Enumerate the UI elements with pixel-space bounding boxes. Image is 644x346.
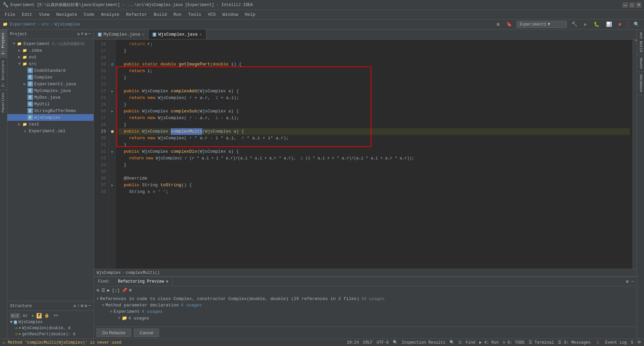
menu-build[interactable]: Build	[150, 11, 170, 18]
project-settings-icon[interactable]: ⚙	[85, 32, 87, 37]
status-event-log[interactable]: Event Log	[605, 340, 627, 345]
bottom-toolbar-diff-icon[interactable]: ⊞	[129, 288, 132, 293]
menu-analyze[interactable]: Analyze	[98, 11, 123, 18]
tree-item-mydoc[interactable]: C MyDoc.java	[7, 94, 94, 101]
tree-item-root[interactable]: ▼ 📁 Experiment E:\认真的侯颖好好	[7, 40, 94, 47]
right-tab-ant[interactable]: Ant Build	[637, 30, 644, 55]
project-sort-icon[interactable]: ⇅	[77, 32, 79, 37]
cancel-button[interactable]: Cancel	[134, 329, 159, 337]
tree-item-myutil[interactable]: C MyUtil	[7, 101, 94, 107]
menu-file[interactable]: File	[1, 11, 18, 18]
build-icon[interactable]: 🔨	[570, 20, 579, 28]
sidebar-tab-favorites[interactable]: Favorites	[0, 90, 7, 115]
tree-item-experiment1[interactable]: ▶ C Experiment1.java	[7, 81, 94, 87]
tab-wjscomplex-close[interactable]: ✕	[200, 32, 202, 37]
code-content[interactable]: return r; } public static double getImag…	[116, 40, 633, 269]
ref-main-item[interactable]: ▼ References in code to class Complex, c…	[94, 296, 637, 302]
bottom-minimize-icon[interactable]: —	[631, 279, 634, 284]
struct-f-icon[interactable]: f	[37, 313, 42, 318]
tree-item-mycomplex[interactable]: C MyComplex.java	[7, 87, 94, 94]
tree-item-complex[interactable]: C Complex	[7, 74, 94, 81]
structure-expand-icon[interactable]: ⊞	[81, 303, 83, 308]
toolbar-bookmark-icon[interactable]: 🔖	[504, 20, 514, 28]
run-config-dropdown-icon[interactable]: ▼	[547, 22, 550, 27]
do-refactor-button[interactable]: Do Refactor	[97, 329, 131, 337]
tree-item-src[interactable]: ▼ 📁 src	[7, 60, 94, 67]
bottom-toolbar-collapse-icon[interactable]: [↕]	[112, 288, 120, 293]
menu-run[interactable]: Run	[170, 11, 184, 18]
status-messages-text[interactable]: ☰ 0: Messages	[558, 340, 590, 345]
ref-experiment-item[interactable]: ▼ Experiment 4 usages	[94, 308, 637, 315]
search-everywhere-icon[interactable]: 🔍	[632, 20, 641, 28]
struct-more-icon[interactable]: >>	[52, 313, 59, 318]
tab-mycomplex[interactable]: C MyComplex.java ✕	[94, 30, 149, 39]
sidebar-tab-structure[interactable]: 2: Structure	[0, 57, 7, 90]
ref-sub-item[interactable]: ▼ 📁 4 usages	[94, 315, 637, 322]
struct-expand-all-icon[interactable]: ▲	[30, 313, 35, 318]
status-utf8[interactable]: UTF-8	[377, 340, 389, 345]
bottom-toolbar-expand-icon[interactable]: ▶	[107, 288, 110, 293]
coverage-icon[interactable]: 📊	[604, 20, 614, 28]
code-breadcrumb-wjscomplex[interactable]: WjsComplex	[97, 270, 121, 275]
tree-item-idea[interactable]: ▶ 📁 .idea	[7, 47, 94, 54]
struct-sort-az-icon[interactable]: a↓z	[10, 313, 20, 318]
status-terminal-text[interactable]: ☰ Terminal	[529, 340, 554, 345]
tab-wjscomplex[interactable]: C WjsComplex.java ✕	[149, 30, 206, 39]
toolbar-sync-icon[interactable]: ⚙	[495, 20, 501, 28]
project-minimize-icon[interactable]: —	[89, 32, 91, 37]
breadcrumb-wjscomplex[interactable]: WjsComplex	[54, 22, 80, 27]
status-find-text[interactable]: 3: Find	[459, 340, 475, 345]
tree-item-iml[interactable]: ⚙ Experiment.iml	[7, 128, 94, 134]
structure-close-icon[interactable]: —	[89, 303, 91, 308]
structure-class-wjscomplex[interactable]: ▼ C WjsComplex	[7, 319, 94, 325]
tab-refactoring-preview[interactable]: Refactoring Preview ✕	[114, 277, 173, 286]
structure-method-constructor[interactable]: m ● WjsComplex(double, d	[7, 325, 94, 331]
minimize-button[interactable]: —	[623, 2, 628, 8]
status-inspection-text[interactable]: Inspection Results	[402, 340, 445, 345]
right-tab-maven[interactable]: Maven	[637, 55, 644, 72]
bottom-toolbar-pin-icon[interactable]: 📌	[122, 288, 127, 293]
structure-sort-alpha-icon[interactable]: ⇅	[73, 303, 76, 308]
maximize-button[interactable]: □	[629, 2, 635, 8]
status-error-count[interactable]: 1	[595, 340, 601, 345]
bottom-toolbar-settings-icon[interactable]: ⚙	[97, 288, 99, 293]
status-position[interactable]: 29:24	[347, 340, 359, 345]
tab-refactoring-close[interactable]: ✕	[166, 279, 168, 284]
ref-method-param-item[interactable]: ▼ Method parameter declaration 4 usages	[94, 302, 637, 308]
menu-window[interactable]: Window	[219, 11, 241, 18]
status-crlf[interactable]: CRLF	[363, 340, 373, 345]
menu-navigate[interactable]: Navigate	[53, 11, 80, 18]
sidebar-tab-project[interactable]: 1: Project	[0, 30, 7, 57]
code-breadcrumb-complexmulti[interactable]: complexMulti()	[126, 270, 160, 275]
stop-icon[interactable]: ■	[616, 21, 623, 28]
menu-tools[interactable]: Tools	[185, 11, 205, 18]
menu-view[interactable]: View	[36, 11, 53, 18]
debug-icon[interactable]: 🐛	[592, 20, 601, 28]
tree-item-stringbufferdemo[interactable]: C StringBufferDemo	[7, 107, 94, 114]
menu-refactor[interactable]: Refactor	[123, 11, 150, 18]
structure-method-getrealpart[interactable]: m ● getRealPart(double): d	[7, 331, 94, 337]
bottom-settings-icon[interactable]: ⚙	[626, 279, 629, 284]
status-run-text[interactable]: ▶ 4: Run	[479, 340, 499, 345]
bottom-toolbar-filter-icon[interactable]: ☰	[101, 288, 105, 293]
tree-item-wjscomplex[interactable]: C WjsComplex	[7, 114, 94, 121]
tree-item-test[interactable]: ▶ 📁 test	[7, 121, 94, 128]
struct-sort-az2-icon[interactable]: az	[21, 313, 29, 318]
right-tab-database[interactable]: Database	[637, 72, 644, 95]
menu-code[interactable]: Code	[80, 11, 98, 18]
status-todo-text[interactable]: ≡ 6: TODO	[503, 340, 525, 345]
structure-sort-type-icon[interactable]: ↕	[77, 303, 79, 308]
menu-vcs[interactable]: VCS	[205, 11, 219, 18]
menu-help[interactable]: Help	[241, 11, 259, 18]
close-button[interactable]: ✕	[636, 2, 641, 8]
struct-lock-icon[interactable]: 🔒	[43, 313, 51, 318]
run-icon[interactable]: ▶	[582, 20, 589, 28]
breadcrumb-experiment[interactable]: Experiment	[10, 22, 36, 27]
project-group-icon[interactable]: ≡	[81, 32, 83, 37]
tree-item-codestandard[interactable]: C CodeStandard	[7, 67, 94, 74]
breadcrumb-src[interactable]: src	[41, 22, 49, 27]
menu-edit[interactable]: Edit	[18, 11, 36, 18]
structure-settings-icon[interactable]: ⚙	[85, 303, 87, 308]
tree-item-out[interactable]: ▶ 📁 out	[7, 54, 94, 60]
tab-mycomplex-close[interactable]: ✕	[142, 32, 145, 37]
